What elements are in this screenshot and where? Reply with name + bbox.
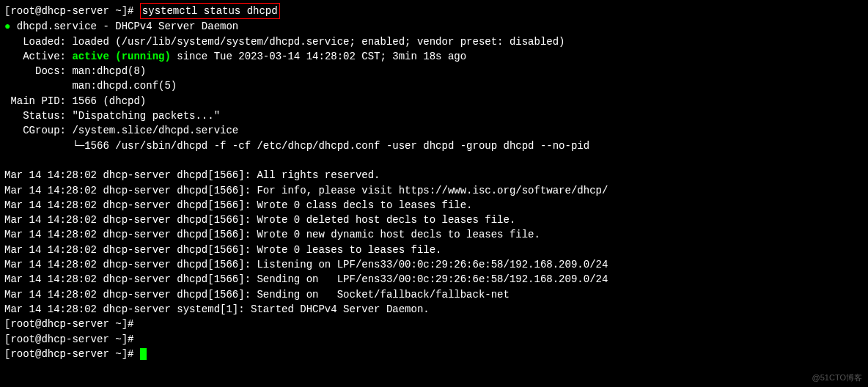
command-line[interactable]: [root@dhcp-server ~]# systemctl status d… xyxy=(4,3,864,19)
cursor-icon xyxy=(140,348,147,360)
docs-line-2: man:dhcpd.conf(5) xyxy=(4,78,864,93)
prompt-line[interactable]: [root@dhcp-server ~]# xyxy=(4,332,864,347)
log-line: Mar 14 14:28:02 dhcp-server dhcpd[1566]:… xyxy=(4,287,864,302)
prompt-line[interactable]: [root@dhcp-server ~]# xyxy=(4,317,864,331)
service-name: dhcpd.service - DHCPv4 Server Daemon xyxy=(10,21,238,32)
active-status: active (running) xyxy=(72,51,170,62)
log-line: Mar 14 14:28:02 dhcp-server dhcpd[1566]:… xyxy=(4,243,864,257)
loaded-line: Loaded: loaded (/usr/lib/systemd/system/… xyxy=(4,34,864,49)
service-header: ● dhcpd.service - DHCPv4 Server Daemon xyxy=(4,19,864,34)
prompt-line-cursor[interactable]: [root@dhcp-server ~]# xyxy=(4,347,864,361)
active-line: Active: active (running) since Tue 2023-… xyxy=(4,49,864,64)
cgroup-child-line: └─1566 /usr/sbin/dhcpd -f -cf /etc/dhcp/… xyxy=(4,139,864,153)
blank-line xyxy=(4,153,864,168)
log-line: Mar 14 14:28:02 dhcp-server dhcpd[1566]:… xyxy=(4,183,864,198)
active-time: since Tue 2023-03-14 14:28:02 CST; 3min … xyxy=(171,51,466,62)
cgroup-line: CGroup: /system.slice/dhcpd.service xyxy=(4,123,864,138)
highlighted-command: systemctl status dhcpd xyxy=(140,3,280,19)
log-line: Mar 14 14:28:02 dhcp-server dhcpd[1566]:… xyxy=(4,168,864,183)
prompt: [root@dhcp-server ~]# xyxy=(4,5,140,17)
log-line: Mar 14 14:28:02 dhcp-server dhcpd[1566]:… xyxy=(4,227,864,242)
prompt: [root@dhcp-server ~]# xyxy=(4,348,140,360)
log-line: Mar 14 14:28:02 dhcp-server dhcpd[1566]:… xyxy=(4,198,864,213)
active-label: Active: xyxy=(4,51,72,62)
log-line: Mar 14 14:28:02 dhcp-server dhcpd[1566]:… xyxy=(4,257,864,272)
log-line: Mar 14 14:28:02 dhcp-server dhcpd[1566]:… xyxy=(4,272,864,287)
status-line: Status: "Dispatching packets..." xyxy=(4,108,864,123)
docs-line-1: Docs: man:dhcpd(8) xyxy=(4,64,864,78)
log-line: Mar 14 14:28:02 dhcp-server systemd[1]: … xyxy=(4,302,864,317)
mainpid-line: Main PID: 1566 (dhcpd) xyxy=(4,94,864,108)
watermark: @51CTO博客 xyxy=(812,372,862,384)
log-line: Mar 14 14:28:02 dhcp-server dhcpd[1566]:… xyxy=(4,213,864,227)
